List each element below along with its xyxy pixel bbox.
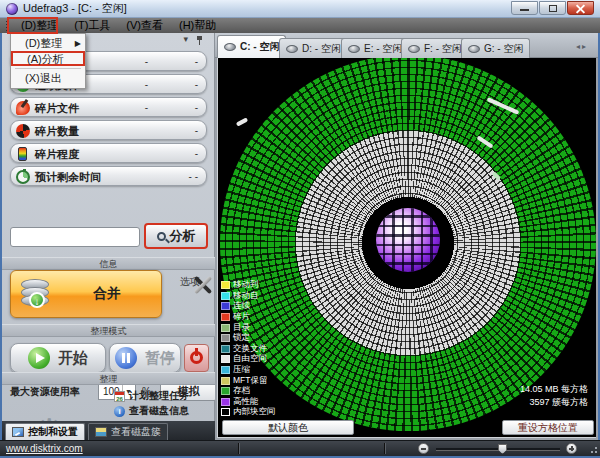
tab-control-settings[interactable]: 控制和设置 [5,423,85,440]
stat-row-fragmented-files[interactable]: 碎片文件 - - [10,97,207,117]
submenu-arrow-icon: ▶ [75,36,81,51]
menu-item-label: (X)退出 [25,72,62,84]
tab-scroll-arrows-icon[interactable]: ◂▸ [576,42,594,52]
drive-tab-label: C: - 空闲 [240,40,279,54]
legend-item: 内部块空间 [221,407,276,418]
resize-grip[interactable] [589,445,598,454]
disk-stack-icon: ↓ [19,279,53,309]
menu-item-label: (A)分析 [27,53,64,65]
legend-label: 内部块空间 [233,406,276,418]
defrag-section-label: 整理 [2,372,215,385]
disk-icon [468,45,480,53]
drive-tab-label: D: - 空闲 [302,42,341,56]
app-icon [6,3,18,15]
stat-row-time-remaining[interactable]: 预计剩余时间 - - [10,166,207,186]
minimize-icon [520,9,529,11]
info-icon: i [114,406,125,417]
stat-value: - [145,56,148,67]
title-bar[interactable]: Udefrag3 - [C: - 空闲] [0,0,600,18]
stat-value: - [195,102,198,113]
menu-tools[interactable]: (T)工具 [66,18,118,33]
window-controls [511,1,594,15]
zoom-out-button[interactable] [418,443,429,454]
stat-value: - [195,79,198,90]
stop-button[interactable] [184,344,209,372]
magnifier-icon [157,232,166,241]
stat-label: 碎片文件 [35,101,79,116]
legend-color-swatch [221,355,230,363]
stat-value: - [195,125,198,136]
zoom-slider-thumb[interactable] [498,444,507,454]
options-button[interactable]: 选项 [170,273,210,317]
reset-blocks-button[interactable]: 重设方格位置 [502,420,594,435]
website-link[interactable]: www.disktrix.com [6,443,83,454]
pause-button[interactable]: 暂停 [109,343,181,373]
menu-help[interactable]: (H)帮助 [171,18,224,33]
disk-clusters-icon [95,427,107,437]
time-remaining-icon [16,170,30,184]
legend-color-swatch [221,281,230,289]
stat-value: - [145,79,148,90]
menu-item-analyze[interactable]: (A)分析 [11,51,85,66]
disk-legend: 移动到 移动自 连续 碎片 目录 锁定 交换文件 自由空间 压缩 MFT保留 存… [221,280,276,418]
menu-defrag[interactable]: (D)整理 [13,18,66,33]
defrag-dropdown-menu: (D)整理 ▶ (A)分析 (X)退出 [10,33,86,89]
menu-item-exit[interactable]: (X)退出 [11,71,85,86]
start-label: 开始 [58,349,88,368]
drive-tab-g[interactable]: G: - 空闲 [461,38,530,58]
disk-map-canvas[interactable]: 移动到 移动自 连续 碎片 目录 锁定 交换文件 自由空间 压缩 MFT保留 存… [217,58,596,438]
clusters-per-block-text: 3597 簇每方格 [529,396,588,409]
default-colors-button[interactable]: 默认颜色 [222,420,354,435]
close-button[interactable] [567,1,594,15]
drive-tab-e[interactable]: E: - 空闲 [341,38,409,58]
sidebar-text-input[interactable] [10,227,140,247]
drive-tab-label: G: - 空闲 [484,42,523,56]
tab-disk-clusters[interactable]: 查看磁盘簇 [88,423,168,440]
legend-color-swatch [221,313,230,321]
menu-bar: (D)整理 (T)工具 (V)查看 (H)帮助 [0,18,600,33]
stat-value: - [195,148,198,159]
menu-item-label: (D)整理 [25,37,62,49]
disk-icon [408,45,420,53]
schedule-task-link[interactable]: 26 计划整理任务 [114,389,189,403]
mode-section-label: 整理模式 [2,324,215,337]
legend-color-swatch [221,387,230,395]
pin-icon[interactable] [197,36,202,40]
toolbar-grip[interactable] [6,21,9,31]
tab-label: 控制和设置 [28,425,78,439]
stat-value: - [195,56,198,67]
menu-item-defrag[interactable]: (D)整理 ▶ [11,36,85,51]
disk-info-link[interactable]: i 查看磁盘信息 [114,404,189,418]
merge-button[interactable]: ↓ 合并 [10,270,162,318]
disk-sphere [376,208,440,272]
download-arrow-icon: ↓ [29,292,45,308]
chevron-down-icon[interactable]: ▾ [183,34,188,44]
info-section-label: 信息 [2,257,215,270]
statusbar-separator [238,443,239,454]
control-settings-panel: ▾ - - 连续文件 - - 碎片文件 - - 碎片数量 - 碎片程度 - [2,33,215,440]
legend-color-swatch [221,377,230,385]
stat-row-fragmentation-level[interactable]: 碎片程度 - [10,143,207,163]
fragment-count-icon [16,124,30,138]
stat-row-fragment-count[interactable]: 碎片数量 - [10,120,207,140]
status-bar: www.disktrix.com [0,440,600,456]
zoom-in-button[interactable] [566,443,577,454]
disk-icon [224,43,236,51]
block-size-text: 14.05 MB 每方格 [520,383,588,396]
menu-view[interactable]: (V)查看 [118,18,171,33]
maximize-button[interactable] [539,1,566,15]
minimize-button[interactable] [511,1,538,15]
drive-tab-c[interactable]: C: - 空闲 [217,35,286,58]
stat-label: 碎片数量 [35,124,79,139]
legend-color-swatch [221,408,230,416]
drive-tab-d[interactable]: D: - 空闲 [279,38,348,58]
disk-info-label: 查看磁盘信息 [129,404,189,418]
drive-tab-strip: C: - 空闲 D: - 空闲 E: - 空闲 F: - 空闲 G: - 空闲 … [215,33,598,58]
analyze-label: 分析 [170,227,196,245]
menu-separator [15,68,81,69]
drive-tab-f[interactable]: F: - 空闲 [401,38,469,58]
start-button[interactable]: 开始 [10,343,106,373]
analyze-button[interactable]: 分析 [144,223,208,249]
pause-label: 暂停 [145,349,175,368]
stat-label: 预计剩余时间 [35,170,101,185]
